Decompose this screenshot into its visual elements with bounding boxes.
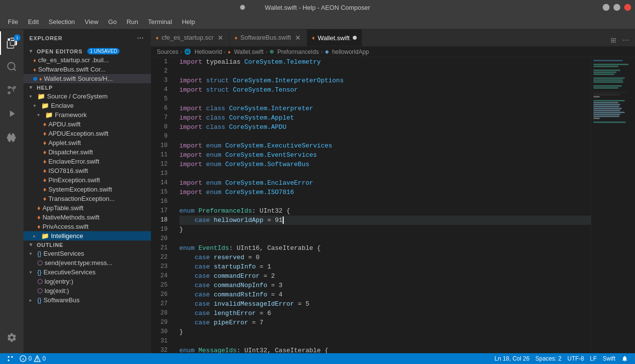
token-plain: = 4 <box>267 290 282 299</box>
explorer-activity-icon[interactable]: 1 <box>0 31 24 55</box>
help-section-header[interactable]: ▾ HELP <box>24 83 151 92</box>
outline-send[interactable]: ⬡ send(event:type:mess... <box>24 258 151 267</box>
status-errors[interactable]: × 0 0 <box>17 353 49 364</box>
token-case-val: helloworldApp <box>214 216 263 225</box>
status-spaces[interactable]: Spaces: 2 <box>533 353 564 364</box>
status-eol[interactable]: LF <box>587 353 600 364</box>
tree-nativemethods[interactable]: ♦ NativeMethods.swift <box>24 213 151 222</box>
tree-source-coresystem[interactable]: ▾ 📁 Source / CoreSystem <box>24 92 151 101</box>
outline-eventservices[interactable]: ▾ {} EventServices <box>24 249 151 258</box>
token-plain: typealias <box>202 57 244 67</box>
tree-iso7816[interactable]: ♦ ISO7816.swift <box>24 166 151 175</box>
open-editor-softwarebus[interactable]: ♦ SoftwareBus.swift Cor... <box>24 65 151 74</box>
apdu-icon: ♦ <box>43 121 47 128</box>
pinex-icon: ♦ <box>43 176 47 184</box>
menu-run[interactable]: Run <box>122 16 142 27</box>
text-cursor <box>283 217 284 224</box>
tree-apdu[interactable]: ♦ APDU.swift <box>24 120 151 129</box>
menu-view[interactable]: View <box>81 16 102 27</box>
code-line-23: case startupInfo = 1 <box>179 262 591 271</box>
tab-wallet[interactable]: ♦ Wallet.swift <box>307 29 362 46</box>
close-button[interactable]: ✕ <box>624 4 631 11</box>
tree-transactionexception[interactable]: ♦ TransactionException... <box>24 194 151 203</box>
outline-executiveservices[interactable]: ▾ {} ExecutiveServices <box>24 267 151 277</box>
apduex-icon: ♦ <box>43 130 47 137</box>
language-text: Swift <box>603 355 615 362</box>
token-kw: struct <box>202 85 233 95</box>
open-editor-cfe[interactable]: ♦ cfe_es_startup.scr .buil... <box>24 55 151 65</box>
breadcrumb-helloworld[interactable]: Helloworld <box>195 49 222 55</box>
tab-cfe-close[interactable]: ✕ <box>217 34 224 42</box>
status-position[interactable]: Ln 18, Col 26 <box>491 353 532 364</box>
status-language[interactable]: Swift <box>600 353 618 364</box>
breadcrumb-helloworldapp[interactable]: helloworldApp <box>332 49 369 55</box>
source-control-activity-icon[interactable] <box>0 78 24 102</box>
code-editor[interactable]: 1234567891011121314151617181920212223242… <box>151 57 635 353</box>
token-kw: enum <box>179 346 198 353</box>
token-type2: CoreSystem.EnclaveError <box>225 178 313 188</box>
status-encoding[interactable]: UTF-8 <box>564 353 587 364</box>
tab-cfe[interactable]: ♦ cfe_es_startup.scr ✕ <box>151 29 230 46</box>
outline-logexit[interactable]: ⬡ log(exit:) <box>24 286 151 295</box>
swb-icon: {} <box>37 296 42 304</box>
breadcrumb-sources[interactable]: Sources <box>157 49 178 55</box>
tree-enclave[interactable]: ▾ 📁 Enclave <box>24 101 151 110</box>
tree-apptable[interactable]: ♦ AppTable.swift <box>24 203 151 213</box>
search-activity-icon[interactable] <box>0 55 24 78</box>
token-kw-import: import <box>179 122 202 132</box>
run-debug-activity-icon[interactable] <box>0 102 24 125</box>
maximize-button[interactable]: □ <box>613 4 620 11</box>
svg-text:×: × <box>22 357 24 362</box>
tree-pinexception[interactable]: ♦ PinException.swift <box>24 175 151 185</box>
minimize-button[interactable]: ─ <box>603 4 610 11</box>
svg-line-1 <box>14 69 16 71</box>
status-branch[interactable] <box>4 353 17 364</box>
tree-intelligence[interactable]: ▸ 📁 Intelligence <box>24 231 151 241</box>
token-kw-import: import <box>179 57 202 67</box>
code-content[interactable]: import typealias CoreSystem.Telemetryimp… <box>175 57 591 353</box>
tree-apduexception[interactable]: ♦ APDUException.swift <box>24 129 151 138</box>
status-notifications[interactable] <box>618 353 631 364</box>
extensions-activity-icon[interactable] <box>0 125 24 149</box>
menu-help[interactable]: Help <box>178 16 199 27</box>
code-line-27: case invalidMessageIdError = 5 <box>179 299 591 309</box>
tree-framework[interactable]: ▾ 📁 Framework <box>24 110 151 120</box>
menu-selection[interactable]: Selection <box>45 16 78 27</box>
tree-applet[interactable]: ♦ Applet.swift <box>24 138 151 147</box>
tree-dispatcher[interactable]: ♦ Dispatcher.swift <box>24 147 151 157</box>
token-kw: case <box>179 299 214 309</box>
breadcrumb-preformanceids[interactable]: PreformanceIds <box>277 49 319 55</box>
menu-file[interactable]: File <box>4 16 22 27</box>
settings-activity-icon[interactable] <box>0 326 24 349</box>
outline-softwarebus[interactable]: ▸ {} SoftwareBus <box>24 295 151 305</box>
bc-sep2: › <box>224 49 226 55</box>
outline-header[interactable]: ▾ OUTLINE <box>24 241 151 249</box>
tree-systemexception[interactable]: ♦ SystemException.swift <box>24 185 151 194</box>
tree-enclaveerror[interactable]: ♦ EnclaveError.swift <box>24 157 151 166</box>
menu-go[interactable]: Go <box>104 16 121 27</box>
open-editor-wallet[interactable]: ♦ Wallet.swift Sources/H... <box>24 74 151 83</box>
line-num-5: 5 <box>151 95 171 104</box>
line-num-27: 27 <box>151 299 171 309</box>
more-actions-button[interactable]: ⋯ <box>620 34 631 46</box>
code-line-5 <box>179 95 591 104</box>
token-kw-import: import <box>179 76 202 85</box>
open-editors-header[interactable]: ▾ OPEN EDITORS 1 UNSAVED <box>24 47 151 55</box>
outline-logentry[interactable]: ⬡ log(entry:) <box>24 277 151 286</box>
token-plain: : UInt16, CaseIterable { <box>229 243 320 253</box>
tab-actions: ⊞ ⋯ <box>609 34 635 46</box>
tab-swb-close[interactable]: ✕ <box>294 34 302 42</box>
explorer-header[interactable]: EXPLORER ⋯ <box>24 29 151 47</box>
tabs-bar: ♦ cfe_es_startup.scr ✕ ♦ SoftwareBus.swi… <box>151 29 635 47</box>
tree-privaccess[interactable]: ♦ PrivAccess.swift <box>24 222 151 231</box>
split-editor-button[interactable]: ⊞ <box>609 34 618 46</box>
tab-softwarebus[interactable]: ♦ SoftwareBus.swift ✕ <box>230 29 307 46</box>
window-controls: ─ □ ✕ <box>603 4 631 11</box>
menu-terminal[interactable]: Terminal <box>144 16 176 27</box>
breadcrumb-wallet[interactable]: Wallet.swift <box>234 49 264 55</box>
menu-edit[interactable]: Edit <box>24 16 43 27</box>
bc-wallet-icon: ♦ <box>228 49 231 55</box>
outline-executiveservices-label: ExecutiveServices <box>44 268 96 276</box>
code-line-31 <box>179 337 591 346</box>
new-file-button[interactable]: ⋯ <box>136 33 145 43</box>
